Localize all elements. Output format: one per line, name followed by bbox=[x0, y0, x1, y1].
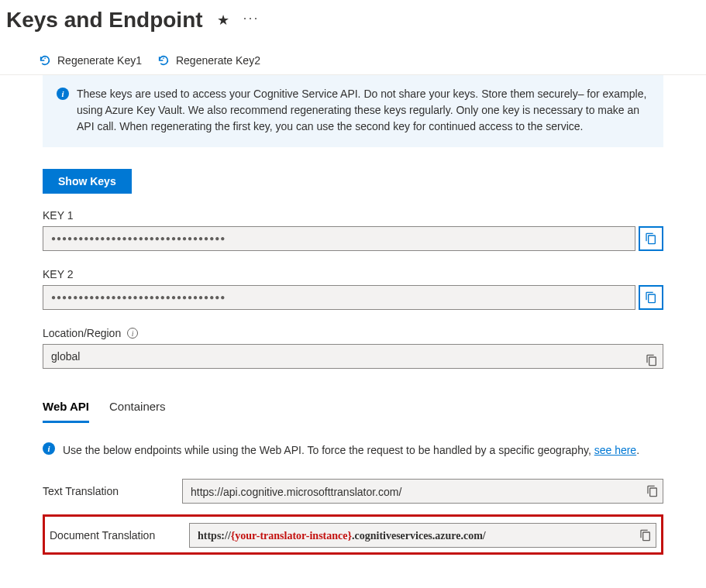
copy-icon bbox=[639, 529, 652, 542]
copy-key2-button[interactable] bbox=[639, 285, 663, 310]
copy-key1-button[interactable] bbox=[639, 226, 663, 251]
doc-translation-endpoint[interactable]: https://{your-translator-instance}.cogni… bbox=[189, 523, 656, 548]
tab-containers[interactable]: Containers bbox=[109, 395, 166, 423]
more-icon[interactable]: ··· bbox=[243, 10, 260, 26]
toolbar-label: Regenerate Key1 bbox=[57, 54, 142, 67]
refresh-icon: 1 bbox=[39, 54, 51, 67]
copy-icon bbox=[646, 354, 658, 366]
text-translation-endpoint[interactable]: https://api.cognitive.microsofttranslato… bbox=[182, 479, 663, 504]
highlight-box: Document Translation https://{your-trans… bbox=[43, 514, 663, 555]
info-outline-icon[interactable]: i bbox=[127, 328, 138, 339]
text-translation-label: Text Translation bbox=[43, 485, 167, 497]
svg-text:2: 2 bbox=[162, 55, 164, 60]
tab-web-api[interactable]: Web API bbox=[43, 395, 89, 423]
favorite-star-icon[interactable]: ★ bbox=[217, 12, 229, 29]
location-label: Location/Region i bbox=[43, 327, 663, 339]
regenerate-key1-button[interactable]: 1 Regenerate Key1 bbox=[39, 54, 142, 67]
regenerate-key2-button[interactable]: 2 Regenerate Key2 bbox=[157, 54, 260, 67]
webapi-info: i Use the below endpoints while using th… bbox=[43, 442, 663, 459]
show-keys-button[interactable]: Show Keys bbox=[43, 169, 132, 194]
svg-text:1: 1 bbox=[44, 55, 46, 60]
page-title: Keys and Endpoint bbox=[6, 8, 203, 33]
webapi-info-prefix: Use the below endpoints while using the … bbox=[63, 444, 594, 456]
key2-label: KEY 2 bbox=[43, 268, 663, 280]
command-bar: 1 Regenerate Key1 2 Regenerate Key2 bbox=[0, 50, 706, 75]
copy-icon bbox=[645, 232, 657, 245]
see-here-link[interactable]: see here bbox=[594, 444, 636, 456]
key2-input[interactable]: ●●●●●●●●●●●●●●●●●●●●●●●●●●●●●●●● bbox=[43, 285, 635, 310]
doc-translation-label: Document Translation bbox=[50, 529, 174, 542]
info-banner: i These keys are used to access your Cog… bbox=[43, 75, 663, 147]
key1-input[interactable]: ●●●●●●●●●●●●●●●●●●●●●●●●●●●●●●●● bbox=[43, 226, 635, 251]
tab-bar: Web API Containers bbox=[43, 395, 663, 424]
toolbar-label: Regenerate Key2 bbox=[176, 54, 260, 67]
info-icon: i bbox=[57, 88, 69, 100]
copy-location-button[interactable] bbox=[646, 350, 658, 363]
copy-icon bbox=[645, 291, 657, 304]
info-icon: i bbox=[43, 442, 55, 455]
location-input[interactable]: global bbox=[43, 344, 663, 369]
copy-text-translation-button[interactable] bbox=[646, 485, 659, 497]
banner-message: These keys are used to access your Cogni… bbox=[77, 86, 649, 135]
copy-doc-translation-button[interactable] bbox=[639, 529, 652, 542]
webapi-info-suffix: . bbox=[636, 444, 639, 456]
copy-icon bbox=[646, 485, 659, 497]
key1-label: KEY 1 bbox=[43, 209, 663, 222]
refresh-icon: 2 bbox=[157, 54, 170, 67]
